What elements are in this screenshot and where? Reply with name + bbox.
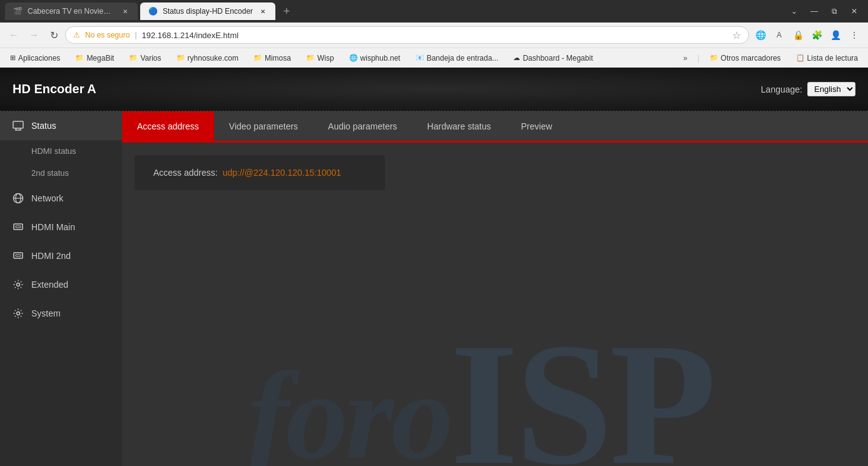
access-address-label: Access address:	[153, 168, 218, 178]
sidebar-item-network[interactable]: Network	[0, 184, 122, 213]
folder-icon-4: 📁	[253, 54, 262, 62]
bookmark-inbox[interactable]: 📧 Bandeja de entrada...	[411, 53, 504, 64]
maximize-button[interactable]: ⧉	[825, 3, 843, 20]
address-text: 192.168.1.214/indexE.html	[142, 31, 728, 40]
sidebar-item-extended[interactable]: Extended	[0, 270, 122, 299]
tabs-menu-button[interactable]: ⌄	[785, 3, 803, 20]
browser-icon-1[interactable]: A	[770, 26, 788, 44]
translate-button[interactable]: 🌐	[752, 26, 769, 44]
folder-icon-3: 📁	[176, 54, 185, 62]
system-icon	[13, 308, 24, 319]
extensions-button[interactable]: 🧩	[808, 26, 825, 44]
close-button[interactable]: ✕	[845, 3, 863, 20]
tab-access-address[interactable]: Access address	[122, 111, 214, 141]
sidebar-status-label: Status	[31, 121, 56, 131]
nav-bar: ← → ↻ ⚠ No es seguro | 192.168.1.214/ind…	[0, 23, 868, 48]
separator: |	[135, 31, 136, 39]
bookmark-mimosa[interactable]: 📁 Mimosa	[248, 53, 296, 64]
bookmark-wisphub-label: wisphub.net	[360, 54, 401, 63]
profile-button[interactable]: 👤	[827, 26, 844, 44]
hdmi-2nd-icon	[13, 250, 24, 261]
extended-icon	[13, 279, 24, 290]
svg-rect-8	[16, 226, 21, 228]
browser-tab-inactive[interactable]: 🎬 Cabecera TV en Noviembre | Tre... ✕	[5, 3, 138, 20]
bookmark-wisp[interactable]: 📁 Wisp	[301, 53, 339, 64]
more-menu-button[interactable]: ⋮	[845, 26, 863, 44]
app-body: Status HDMI status 2nd status Network	[0, 111, 868, 466]
new-tab-button[interactable]: +	[278, 3, 295, 20]
tab-favicon-1: 🎬	[13, 6, 23, 16]
sidebar-item-system[interactable]: System	[0, 299, 122, 328]
tab-access-address-label: Access address	[137, 121, 199, 131]
sidebar-extended-label: Extended	[31, 280, 68, 290]
folder-icon-5: 📁	[306, 54, 315, 62]
svg-point-11	[17, 283, 20, 286]
bookmark-apps-label: Aplicaciones	[18, 54, 60, 63]
bookmark-megabit[interactable]: 📁 MegaBit	[70, 53, 119, 64]
bookmark-dashboard[interactable]: ☁ Dashboard - Megabit	[508, 53, 598, 64]
bookmark-others[interactable]: 📁 Otros marcadores	[705, 53, 786, 64]
bookmark-wisphub[interactable]: 🌐 wisphub.net	[344, 53, 406, 64]
network-icon	[13, 193, 24, 204]
security-warning-text: No es seguro	[85, 31, 130, 39]
address-bar[interactable]: ⚠ No es seguro | 192.168.1.214/indexE.ht…	[65, 26, 749, 44]
reading-list-icon: 📋	[796, 54, 805, 62]
bookmark-inbox-label: Bandeja de entrada...	[427, 54, 499, 63]
sidebar-hdmi-main-label: HDMI Main	[31, 222, 75, 232]
tab-favicon-2: 🔵	[148, 6, 158, 16]
tab-hardware-status[interactable]: Hardware status	[412, 111, 506, 141]
tab-close-2[interactable]: ✕	[258, 6, 268, 16]
hdmi-main-icon	[13, 221, 24, 233]
browser-tab-active[interactable]: 🔵 Status display-HD Encoder ✕	[140, 3, 275, 20]
access-address-box: Access address: udp://@224.120.120.15:10…	[135, 155, 385, 190]
svg-rect-7	[14, 224, 23, 230]
back-button[interactable]: ←	[5, 26, 23, 44]
watermark-foro: foro	[247, 353, 450, 466]
folder-icon-2: 📁	[129, 54, 138, 62]
browser-icon-2[interactable]: 🔒	[789, 26, 807, 44]
sidebar-item-hdmi-2nd[interactable]: HDMI 2nd	[0, 241, 122, 270]
tab-hardware-status-label: Hardware status	[427, 121, 491, 131]
bookmark-reading-label: Lista de lectura	[807, 54, 858, 63]
globe-icon: 🌐	[349, 54, 358, 62]
language-label: Language:	[761, 84, 802, 94]
bookmark-apps[interactable]: ⊞ Aplicaciones	[5, 53, 65, 64]
bookmarks-separator: |	[697, 54, 699, 63]
tab-close-1[interactable]: ✕	[120, 6, 130, 16]
svg-rect-9	[14, 253, 23, 258]
sidebar-hdmi-status-label: HDMI status	[31, 146, 76, 156]
tab-video-parameters[interactable]: Video parameters	[214, 111, 313, 141]
tab-preview-label: Preview	[521, 121, 553, 131]
bookmarks-more-button[interactable]: »	[678, 53, 693, 64]
app-header: HD Encoder A Language: English 中文	[0, 68, 868, 111]
svg-point-12	[17, 312, 20, 315]
sidebar-sub-2nd-status[interactable]: 2nd status	[0, 162, 122, 184]
svg-rect-0	[13, 121, 23, 128]
tab-audio-parameters[interactable]: Audio parameters	[313, 111, 412, 141]
bookmark-star-icon[interactable]: ☆	[732, 29, 741, 41]
reload-button[interactable]: ↻	[45, 26, 63, 44]
forward-button[interactable]: →	[25, 26, 43, 44]
folder-icon-1: 📁	[75, 54, 84, 62]
bookmark-wisp-label: Wisp	[317, 54, 334, 63]
tab-preview[interactable]: Preview	[506, 111, 568, 141]
sidebar-sub-hdmi-status[interactable]: HDMI status	[0, 140, 122, 162]
cloud-icon: ☁	[513, 54, 520, 62]
language-dropdown[interactable]: English 中文	[807, 82, 855, 96]
bookmark-ryh[interactable]: 📁 ryhnosuke.com	[171, 53, 243, 64]
watermark-isp: ISP	[450, 330, 713, 466]
language-selector: Language: English 中文	[761, 82, 855, 96]
bookmark-mimosa-label: Mimosa	[265, 54, 291, 63]
bookmark-varios[interactable]: 📁 Varios	[124, 53, 166, 64]
tab-title-2: Status display-HD Encoder	[163, 7, 253, 16]
sidebar-network-label: Network	[31, 193, 63, 203]
content-panel: Access address: udp://@224.120.120.15:10…	[122, 143, 868, 466]
sidebar-item-status[interactable]: Status	[0, 111, 122, 140]
minimize-button[interactable]: —	[805, 3, 823, 20]
apps-icon: ⊞	[10, 54, 16, 62]
bookmark-reading-list[interactable]: 📋 Lista de lectura	[791, 53, 863, 64]
app-title: HD Encoder A	[13, 82, 96, 96]
email-icon: 📧	[416, 54, 424, 62]
bookmark-varios-label: Varios	[140, 54, 161, 63]
sidebar-item-hdmi-main[interactable]: HDMI Main	[0, 213, 122, 241]
